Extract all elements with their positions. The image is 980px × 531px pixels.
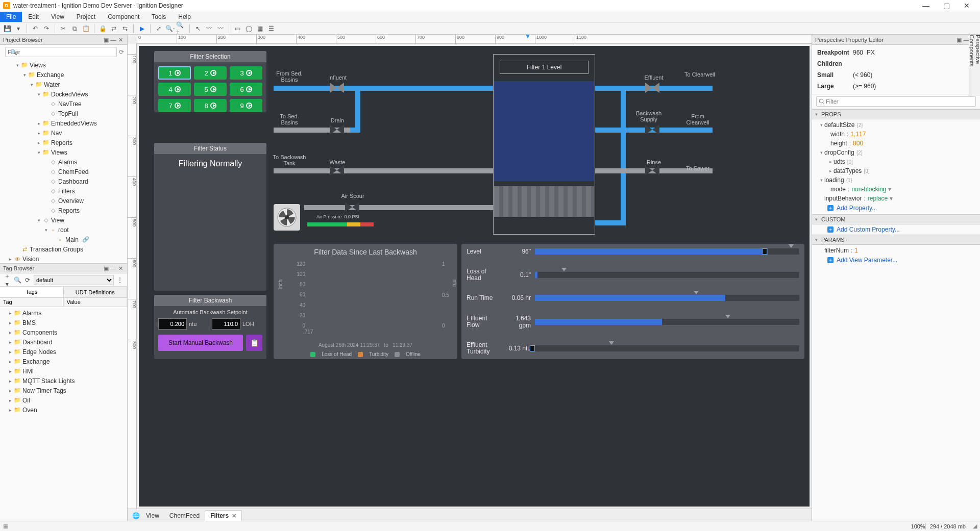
cut-icon[interactable]: ✂ [58, 23, 68, 34]
valve-rinse-icon[interactable] [645, 165, 659, 175]
refresh-tag-icon[interactable]: ⟳ [23, 276, 32, 284]
copy-icon[interactable]: ⧉ [69, 23, 80, 34]
tag-folder[interactable]: ▸📁Dashboard [0, 337, 127, 347]
prop-loading[interactable]: loading [824, 176, 844, 184]
minimize-button[interactable]: — [916, 2, 936, 10]
prop-width[interactable]: width [830, 131, 845, 138]
tab-chemfeed[interactable]: ChemFeed [164, 511, 205, 521]
globe-icon[interactable]: 🌐 [131, 511, 141, 521]
prop-breakpoint-val[interactable]: 960 [853, 49, 863, 56]
filter-select-2[interactable]: 2 [194, 66, 227, 80]
design-canvas[interactable]: Filter Selection 123456789 Filter 1 Mode… [139, 46, 810, 507]
project-tree[interactable]: ▾📁Views▾📁Exchange▾📁Water▾📁DockedViews◇Na… [0, 59, 127, 263]
search-tag-icon[interactable]: 🔍 [13, 276, 21, 284]
tab-view[interactable]: View [141, 511, 164, 521]
tag-folder[interactable]: ▸📁MQTT Stack Lights [0, 376, 127, 386]
prop-filter-input[interactable] [816, 96, 976, 107]
tag-folder[interactable]: ▸📁Alarms [0, 308, 127, 318]
tag-tree[interactable]: ▸📁Alarms▸📁BMS▸📁Components▸📁Dashboard▸📁Ed… [0, 307, 127, 521]
maximize-button[interactable]: ▢ [936, 2, 957, 10]
tree-item[interactable]: ▾📁DockedViews [0, 89, 127, 99]
panel-min-icon[interactable]: — [110, 37, 117, 43]
close-tab-icon[interactable]: ✕ [229, 513, 236, 519]
tree-item[interactable]: ▾📁Views [0, 147, 127, 157]
filter-select-5[interactable]: 5 [194, 83, 227, 96]
add-param-link[interactable]: ＋Add View Parameter... [812, 255, 980, 265]
legend-item[interactable]: Loss of Head [322, 351, 352, 357]
menu-edit[interactable]: Edit [22, 12, 45, 22]
valve-bwsupply-icon[interactable] [645, 124, 659, 135]
tag-folder[interactable]: ▸📁BMS [0, 318, 127, 327]
legend-item[interactable]: Offline [406, 351, 421, 357]
chevron-down-icon[interactable]: ▾ [886, 186, 891, 193]
menu-tools[interactable]: Tools [145, 12, 172, 22]
clipboard-icon[interactable]: 📋 [246, 335, 262, 351]
save-dropdown-icon[interactable]: ▾ [13, 23, 23, 34]
tab-filters[interactable]: Filters✕ [205, 510, 242, 521]
zoom-in-icon[interactable]: 🔍+ [176, 23, 186, 34]
tree-item[interactable]: ◇Filters [0, 186, 127, 196]
prop-dropConfig[interactable]: dropConfig [824, 149, 854, 156]
panel-popout-icon[interactable]: ▣ [103, 265, 110, 272]
cursor-icon[interactable]: ↖ [193, 23, 203, 34]
panel-popout-icon[interactable]: ▣ [955, 37, 963, 43]
prop-filterNum[interactable]: filterNum [824, 247, 849, 254]
valve-waste-icon[interactable] [330, 165, 344, 175]
tree-item[interactable]: ⇄Transaction Groups [0, 244, 127, 254]
tree-item[interactable]: ▸📁EmbeddedViews [0, 118, 127, 128]
redo-icon[interactable]: ↷ [41, 23, 52, 34]
undo-icon[interactable]: ↶ [30, 23, 40, 34]
prop-mode[interactable]: mode [830, 186, 846, 193]
ntu-input[interactable] [158, 318, 187, 330]
prop-height[interactable]: height [830, 140, 847, 147]
add-tag-icon[interactable]: ＋▾ [3, 272, 11, 288]
shape-rect-icon[interactable]: ▭ [232, 23, 242, 34]
toggle-a-icon[interactable]: ⇄ [109, 23, 119, 34]
tab-udt[interactable]: UDT Definitions [64, 287, 128, 297]
panel-close-icon[interactable]: ✕ [117, 265, 124, 272]
tree-item[interactable]: ▫Main🔗 [0, 235, 127, 244]
tree-item[interactable]: ◇Reports [0, 206, 127, 215]
tree-item[interactable]: ▾📁Views [0, 60, 127, 70]
prop-width-val[interactable]: 1,117 [850, 131, 866, 138]
prop-udts[interactable]: udts [834, 158, 845, 165]
path-b-icon[interactable]: 〰 [215, 23, 226, 34]
filter-select-9[interactable]: 9 [230, 99, 262, 112]
arrow-left-icon[interactable]: ← [845, 237, 850, 243]
tab-tags[interactable]: Tags [0, 287, 64, 297]
prop-dataTypes[interactable]: dataTypes [834, 167, 862, 174]
tree-item[interactable]: ▾◇View [0, 215, 127, 225]
paste-icon[interactable]: 📋 [81, 23, 91, 34]
prop-mode-val[interactable]: non-blocking [851, 186, 886, 193]
tree-item[interactable]: ▸📁Nav [0, 128, 127, 138]
tag-folder[interactable]: ▸📁Components [0, 327, 127, 337]
section-props[interactable]: PROPS [821, 111, 841, 117]
toggle-b-icon[interactable]: ⇆ [120, 23, 130, 34]
prop-inputBehavior-val[interactable]: replace [868, 195, 888, 202]
lock-icon[interactable]: 🔒 [97, 23, 108, 34]
tag-folder[interactable]: ▸📁Now Timer Tags [0, 386, 127, 395]
tag-folder[interactable]: ▸📁Oven [0, 405, 127, 415]
section-custom[interactable]: CUSTOM [821, 216, 845, 222]
valve-influent-icon[interactable] [330, 83, 344, 93]
filter-select-7[interactable]: 7 [158, 99, 191, 112]
tree-item[interactable]: ◇Overview [0, 196, 127, 206]
blower-fan-icon[interactable] [274, 204, 300, 231]
start-backwash-button[interactable]: Start Manual Backwash [158, 335, 243, 351]
tree-item[interactable]: ◇ChemFeed [0, 167, 127, 176]
filter-select-1[interactable]: 1 [158, 66, 191, 80]
save-icon[interactable]: 💾 [2, 23, 12, 34]
prop-height-val[interactable]: 800 [853, 140, 863, 147]
legend-item[interactable]: Turbidity [369, 351, 388, 357]
components-strip[interactable]: Perspective Components [969, 35, 980, 96]
filter-select-6[interactable]: 6 [230, 83, 262, 96]
valve-effluent-icon[interactable] [645, 83, 659, 93]
tree-item[interactable]: ◇NavTree [0, 99, 127, 109]
panel-popout-icon[interactable]: ▣ [103, 37, 110, 43]
prop-defaultSize[interactable]: defaultSize [824, 121, 854, 129]
prop-inputBehavior[interactable]: inputBehavior [824, 195, 862, 202]
zoom-out-icon[interactable]: 🔍- [165, 23, 175, 34]
tree-item[interactable]: ◇Dashboard [0, 176, 127, 186]
menu-help[interactable]: Help [172, 12, 197, 22]
shape-grid-icon[interactable]: ▦ [255, 23, 265, 34]
